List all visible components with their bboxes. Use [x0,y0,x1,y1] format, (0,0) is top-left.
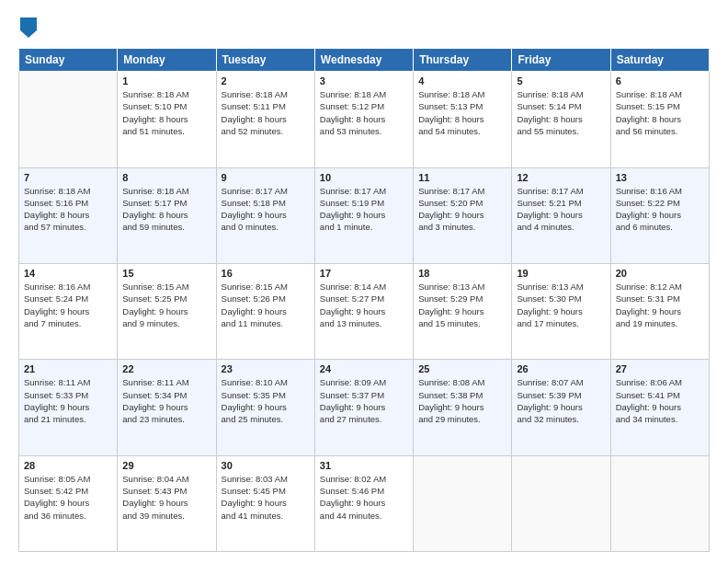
day-number: 7 [24,172,112,183]
day-info: Sunrise: 8:08 AMSunset: 5:38 PMDaylight:… [418,376,506,425]
calendar-cell: 20Sunrise: 8:12 AMSunset: 5:31 PMDayligh… [610,263,709,359]
weekday-header-row: SundayMondayTuesdayWednesdayThursdayFrid… [19,49,710,72]
week-row-4: 21Sunrise: 8:11 AMSunset: 5:33 PMDayligh… [19,360,710,455]
logo-general [18,17,37,42]
day-info: Sunrise: 8:11 AMSunset: 5:33 PMDaylight:… [24,376,112,425]
calendar-cell [610,455,709,551]
calendar-cell: 14Sunrise: 8:16 AMSunset: 5:24 PMDayligh… [19,263,118,359]
calendar-cell: 24Sunrise: 8:09 AMSunset: 5:37 PMDayligh… [314,360,413,455]
day-info: Sunrise: 8:18 AMSunset: 5:11 PMDaylight:… [222,88,310,137]
calendar-cell: 2Sunrise: 8:18 AMSunset: 5:11 PMDaylight… [216,72,314,167]
weekday-header-tuesday: Tuesday [216,49,314,72]
day-info: Sunrise: 8:07 AMSunset: 5:39 PMDaylight:… [517,376,605,425]
day-number: 5 [517,75,605,86]
calendar-cell: 9Sunrise: 8:17 AMSunset: 5:18 PMDaylight… [216,167,314,263]
calendar-cell: 26Sunrise: 8:07 AMSunset: 5:39 PMDayligh… [512,360,610,455]
calendar-table: SundayMondayTuesdayWednesdayThursdayFrid… [18,48,710,552]
calendar-cell: 8Sunrise: 8:18 AMSunset: 5:17 PMDaylight… [118,167,216,263]
day-info: Sunrise: 8:15 AMSunset: 5:25 PMDaylight:… [122,281,210,329]
day-number: 31 [320,460,408,471]
calendar-cell: 30Sunrise: 8:03 AMSunset: 5:45 PMDayligh… [216,455,314,551]
day-info: Sunrise: 8:15 AMSunset: 5:26 PMDaylight:… [222,281,310,329]
day-number: 16 [222,268,310,279]
day-info: Sunrise: 8:17 AMSunset: 5:18 PMDaylight:… [222,185,310,234]
day-number: 1 [122,75,210,86]
calendar-cell: 21Sunrise: 8:11 AMSunset: 5:33 PMDayligh… [19,360,118,455]
calendar-cell: 13Sunrise: 8:16 AMSunset: 5:22 PMDayligh… [610,167,709,263]
calendar-cell: 31Sunrise: 8:02 AMSunset: 5:46 PMDayligh… [314,455,413,551]
day-info: Sunrise: 8:11 AMSunset: 5:34 PMDaylight:… [122,376,210,425]
calendar-cell: 29Sunrise: 8:04 AMSunset: 5:43 PMDayligh… [118,455,216,551]
calendar-cell [512,455,610,551]
day-info: Sunrise: 8:12 AMSunset: 5:31 PMDaylight:… [616,281,704,329]
calendar-cell: 25Sunrise: 8:08 AMSunset: 5:38 PMDayligh… [414,360,512,455]
weekday-header-monday: Monday [118,49,216,72]
calendar-cell: 10Sunrise: 8:17 AMSunset: 5:19 PMDayligh… [314,167,413,263]
day-number: 18 [418,268,506,279]
calendar-cell: 7Sunrise: 8:18 AMSunset: 5:16 PMDaylight… [19,167,118,263]
week-row-2: 7Sunrise: 8:18 AMSunset: 5:16 PMDaylight… [19,167,710,263]
logo [18,17,37,39]
day-info: Sunrise: 8:17 AMSunset: 5:21 PMDaylight:… [517,185,605,234]
calendar-cell: 27Sunrise: 8:06 AMSunset: 5:41 PMDayligh… [610,360,709,455]
calendar-cell [19,72,118,167]
day-info: Sunrise: 8:05 AMSunset: 5:42 PMDaylight:… [24,473,112,522]
day-number: 26 [517,363,605,374]
calendar-cell: 1Sunrise: 8:18 AMSunset: 5:10 PMDaylight… [118,72,216,167]
day-info: Sunrise: 8:18 AMSunset: 5:12 PMDaylight:… [320,88,408,137]
calendar-cell: 16Sunrise: 8:15 AMSunset: 5:26 PMDayligh… [216,263,314,359]
day-number: 14 [24,268,112,279]
calendar-cell: 12Sunrise: 8:17 AMSunset: 5:21 PMDayligh… [512,167,610,263]
weekday-header-friday: Friday [512,49,610,72]
calendar-cell: 28Sunrise: 8:05 AMSunset: 5:42 PMDayligh… [19,455,118,551]
day-info: Sunrise: 8:13 AMSunset: 5:30 PMDaylight:… [517,281,605,329]
day-info: Sunrise: 8:17 AMSunset: 5:20 PMDaylight:… [418,185,506,234]
day-info: Sunrise: 8:10 AMSunset: 5:35 PMDaylight:… [222,376,310,425]
day-number: 10 [320,172,408,183]
day-number: 8 [122,172,210,183]
day-number: 30 [222,460,310,471]
calendar-cell: 19Sunrise: 8:13 AMSunset: 5:30 PMDayligh… [512,263,610,359]
day-info: Sunrise: 8:18 AMSunset: 5:15 PMDaylight:… [616,88,704,137]
day-info: Sunrise: 8:04 AMSunset: 5:43 PMDaylight:… [122,473,210,522]
day-info: Sunrise: 8:06 AMSunset: 5:41 PMDaylight:… [616,376,704,425]
calendar-cell: 4Sunrise: 8:18 AMSunset: 5:13 PMDaylight… [414,72,512,167]
calendar-cell: 22Sunrise: 8:11 AMSunset: 5:34 PMDayligh… [118,360,216,455]
weekday-header-thursday: Thursday [414,49,512,72]
calendar-cell: 3Sunrise: 8:18 AMSunset: 5:12 PMDaylight… [314,72,413,167]
weekday-header-saturday: Saturday [610,49,709,72]
calendar-cell: 6Sunrise: 8:18 AMSunset: 5:15 PMDaylight… [610,72,709,167]
day-number: 23 [222,363,310,374]
day-number: 29 [122,460,210,471]
day-info: Sunrise: 8:17 AMSunset: 5:19 PMDaylight:… [320,185,408,234]
week-row-1: 1Sunrise: 8:18 AMSunset: 5:10 PMDaylight… [19,72,710,167]
day-number: 17 [320,268,408,279]
day-number: 21 [24,363,112,374]
day-info: Sunrise: 8:09 AMSunset: 5:37 PMDaylight:… [320,376,408,425]
calendar-cell: 15Sunrise: 8:15 AMSunset: 5:25 PMDayligh… [118,263,216,359]
day-number: 25 [418,363,506,374]
day-info: Sunrise: 8:18 AMSunset: 5:13 PMDaylight:… [418,88,506,137]
calendar-cell: 23Sunrise: 8:10 AMSunset: 5:35 PMDayligh… [216,360,314,455]
day-number: 24 [320,363,408,374]
weekday-header-wednesday: Wednesday [314,49,413,72]
day-info: Sunrise: 8:18 AMSunset: 5:17 PMDaylight:… [122,185,210,234]
calendar-cell: 18Sunrise: 8:13 AMSunset: 5:29 PMDayligh… [414,263,512,359]
day-info: Sunrise: 8:02 AMSunset: 5:46 PMDaylight:… [320,473,408,522]
day-info: Sunrise: 8:16 AMSunset: 5:22 PMDaylight:… [616,185,704,234]
day-number: 9 [222,172,310,183]
day-number: 11 [418,172,506,183]
calendar-cell [414,455,512,551]
day-info: Sunrise: 8:18 AMSunset: 5:10 PMDaylight:… [122,88,210,137]
week-row-5: 28Sunrise: 8:05 AMSunset: 5:42 PMDayligh… [19,455,710,551]
week-row-3: 14Sunrise: 8:16 AMSunset: 5:24 PMDayligh… [19,263,710,359]
day-info: Sunrise: 8:18 AMSunset: 5:16 PMDaylight:… [24,185,112,234]
calendar-cell: 11Sunrise: 8:17 AMSunset: 5:20 PMDayligh… [414,167,512,263]
day-number: 12 [517,172,605,183]
logo-icon [20,17,37,38]
day-number: 22 [122,363,210,374]
day-info: Sunrise: 8:16 AMSunset: 5:24 PMDaylight:… [24,281,112,329]
day-number: 28 [24,460,112,471]
svg-marker-0 [20,17,37,38]
day-number: 13 [616,172,704,183]
